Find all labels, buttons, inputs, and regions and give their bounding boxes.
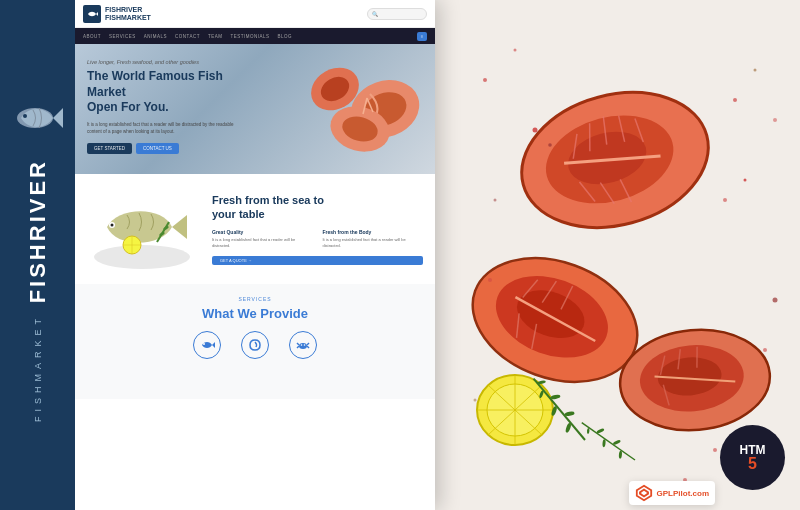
nav-about[interactable]: ABOUT	[83, 34, 101, 39]
svg-point-20	[299, 343, 307, 349]
svg-line-22	[297, 346, 299, 348]
ws-hero: Live longer, Fresh seafood, and other go…	[75, 44, 435, 174]
ws-search-bar[interactable]: 🔍	[367, 8, 427, 20]
nav-testimonials[interactable]: TESTIMONIALS	[230, 34, 269, 39]
nav-services[interactable]: SERVICES	[109, 34, 136, 39]
hero-description: It is a long established fact that a rea…	[87, 122, 237, 136]
sidebar-branding: FISHRIVER FISHMARKET	[13, 88, 63, 421]
service-icon-3	[289, 331, 317, 359]
svg-point-1	[23, 114, 27, 118]
section2-title: Fresh from the sea to your table	[212, 193, 423, 222]
nav-blog[interactable]: BLOG	[277, 34, 292, 39]
html5-five: 5	[748, 456, 757, 472]
svg-point-33	[494, 199, 497, 202]
right-photo: HTM 5 GPLPilot.com	[435, 0, 800, 510]
svg-point-25	[301, 344, 303, 346]
ws-logo-icon	[83, 5, 101, 23]
photo-background: HTM 5 GPLPilot.com	[435, 0, 800, 510]
service-icons	[87, 331, 423, 359]
svg-point-91	[744, 179, 747, 182]
feature-fresh: Fresh from the Body It is a long establi…	[323, 229, 424, 248]
svg-point-10	[94, 245, 190, 269]
ws-section3: Services What We Provide	[75, 284, 435, 399]
html5-htm: HTM	[740, 444, 766, 456]
feature2-title: Fresh from the Body	[323, 229, 424, 235]
service-icon-1	[193, 331, 221, 359]
service-crab-icon	[289, 331, 317, 359]
service-icon-2	[241, 331, 269, 359]
ws-logo-text: FISHRIVER FISHMARKET	[105, 6, 151, 21]
svg-point-19	[203, 343, 205, 345]
svg-point-92	[488, 278, 492, 282]
svg-point-32	[773, 118, 777, 122]
gpl-text: GPLPilot.com	[657, 489, 709, 498]
section3-label: Services	[87, 296, 423, 302]
svg-point-36	[713, 448, 717, 452]
main-content: FISHRIVER FISHMARKET 🔍 ABOUT SERVICES AN…	[75, 0, 800, 510]
get-started-button[interactable]: GET STARTED	[87, 143, 132, 154]
website-preview: FISHRIVER FISHMARKET 🔍 ABOUT SERVICES AN…	[75, 0, 435, 510]
svg-point-34	[763, 348, 767, 352]
section2-fish-image	[87, 187, 197, 272]
gpl-badge[interactable]: GPLPilot.com	[629, 481, 715, 505]
svg-point-29	[514, 49, 517, 52]
svg-point-93	[773, 298, 778, 303]
nav-team[interactable]: TEAM	[208, 34, 223, 39]
svg-point-90	[723, 198, 727, 202]
svg-point-88	[533, 128, 538, 133]
svg-point-89	[548, 143, 552, 147]
fish-icon	[13, 88, 63, 142]
svg-point-26	[304, 344, 306, 346]
search-icon: 🔍	[372, 11, 378, 17]
svg-line-24	[307, 346, 309, 348]
svg-point-31	[754, 69, 757, 72]
nav-animals[interactable]: ANIMALS	[144, 34, 167, 39]
svg-line-23	[307, 343, 309, 345]
brand-name: FISHRIVER	[25, 159, 51, 303]
html5-badge: HTM 5	[720, 425, 785, 490]
contact-us-button[interactable]: CONTACT US	[136, 143, 179, 154]
ws-logo: FISHRIVER FISHMARKET	[83, 5, 151, 23]
section2-content: Fresh from the sea to your table Great Q…	[212, 193, 423, 266]
svg-point-35	[474, 399, 477, 402]
feature1-title: Great Quality	[212, 229, 313, 235]
svg-point-28	[483, 78, 487, 82]
brand-sub: FISHMARKET	[33, 314, 43, 422]
feature2-desc: It is a long established fact that a rea…	[323, 237, 424, 248]
ws-section2: Fresh from the sea to your table Great Q…	[75, 174, 435, 284]
svg-point-30	[733, 98, 737, 102]
ws-nav: ABOUT SERVICES ANIMALS CONTACT TEAM TEST…	[75, 28, 435, 44]
feature-quality: Great Quality It is a long established f…	[212, 229, 313, 248]
svg-line-21	[297, 343, 299, 345]
section2-features: Great Quality It is a long established f…	[212, 229, 423, 248]
feature1-desc: It is a long established fact that a rea…	[212, 237, 313, 248]
hero-fish-image	[305, 54, 425, 164]
section3-title: What We Provide	[87, 306, 423, 321]
gpl-logo-icon	[635, 484, 653, 502]
ws-header: FISHRIVER FISHMARKET 🔍	[75, 0, 435, 28]
hero-title: The World Famous Fish Market Open For Yo…	[87, 69, 247, 116]
left-sidebar: FISHRIVER FISHMARKET	[0, 0, 75, 510]
service-shrimp-icon	[241, 331, 269, 359]
get-quote-button[interactable]: GET A QUOTE →	[212, 256, 423, 265]
svg-point-12	[111, 223, 114, 226]
service-fish-icon	[193, 331, 221, 359]
nav-contact[interactable]: CONTACT	[175, 34, 200, 39]
nav-menu-btn[interactable]: ≡	[417, 32, 427, 41]
